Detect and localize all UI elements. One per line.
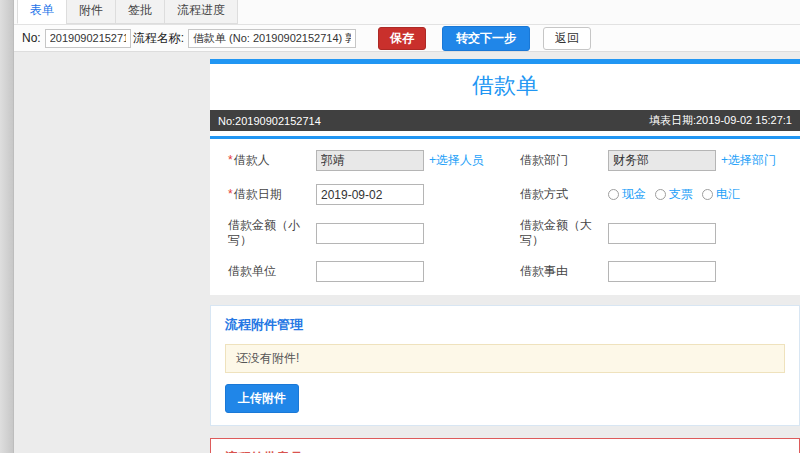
borrow-unit-label: 借款单位 — [228, 264, 308, 279]
borrower-label: *借款人 — [228, 153, 308, 168]
select-department-link[interactable]: +选择部门 — [721, 152, 776, 169]
borrow-method-label: 借款方式 — [520, 187, 600, 202]
borrow-date-label: *借款日期 — [228, 187, 308, 202]
method-option-cheque-label: 支票 — [669, 186, 693, 203]
borrow-date-field — [316, 184, 512, 205]
borrow-reason-label: 借款事由 — [520, 264, 600, 279]
form-meta-bar: No:20190902152714 填表日期:2019-09-02 15:27:… — [210, 110, 800, 131]
process-name-input[interactable] — [188, 29, 356, 48]
required-mark: * — [228, 187, 233, 201]
amount-lower-label-text: 借款金额（小写） — [228, 218, 300, 247]
save-button[interactable]: 保存 — [378, 27, 426, 50]
radio-icon — [702, 189, 713, 200]
radio-icon — [608, 189, 619, 200]
tab-form[interactable]: 表单 — [17, 0, 67, 24]
no-attachments-notice: 还没有附件! — [225, 344, 785, 373]
approval-title: 流程签批意见 — [225, 449, 785, 453]
tab-process-progress[interactable]: 流程进度 — [164, 0, 238, 24]
approval-panel: 流程签批意见 B I abc A ∞ ▤ ⚑ 1≡ •≡ ⇤ ⇥ — [210, 438, 800, 453]
method-option-wire[interactable]: 电汇 — [702, 186, 740, 203]
method-option-cheque[interactable]: 支票 — [655, 186, 693, 203]
tab-attachments[interactable]: 附件 — [66, 0, 116, 24]
borrow-reason-input[interactable] — [608, 261, 716, 282]
method-option-cash[interactable]: 现金 — [608, 186, 646, 203]
amount-upper-input[interactable] — [608, 223, 716, 244]
screen: 表单 附件 签批 流程进度 No: 流程名称: 保存 转交下一步 返回 借款单 … — [0, 0, 800, 453]
process-name-label: 流程名称: — [133, 30, 184, 47]
borrow-reason-field — [608, 261, 794, 282]
borrow-method-options: 现金 支票 电汇 — [608, 186, 794, 203]
transfer-next-step-button[interactable]: 转交下一步 — [442, 26, 530, 51]
form-title: 借款单 — [210, 64, 800, 110]
amount-upper-label-text: 借款金额（大写） — [520, 218, 592, 247]
attachments-title: 流程附件管理 — [225, 316, 785, 334]
borrower-field: +选择人员 — [316, 150, 512, 171]
select-person-link[interactable]: +选择人员 — [429, 152, 484, 169]
department-input[interactable] — [608, 150, 716, 171]
method-option-wire-label: 电汇 — [716, 186, 740, 203]
attachments-panel: 流程附件管理 还没有附件! 上传附件 — [210, 305, 800, 426]
tab-bar: 表单 附件 签批 流程进度 — [14, 0, 800, 25]
amount-upper-label: 借款金额（大写） — [520, 218, 600, 248]
no-input[interactable] — [45, 29, 131, 48]
loan-form-panel: 借款单 No:20190902152714 填表日期:2019-09-02 15… — [210, 59, 800, 295]
tab-approval[interactable]: 签批 — [115, 0, 165, 24]
borrow-method-label-text: 借款方式 — [520, 187, 568, 201]
required-mark: * — [228, 153, 233, 167]
radio-icon — [655, 189, 666, 200]
department-label-text: 借款部门 — [520, 153, 568, 167]
borrow-reason-label-text: 借款事由 — [520, 264, 568, 278]
amount-lower-input[interactable] — [316, 223, 424, 244]
back-button[interactable]: 返回 — [543, 27, 591, 50]
form-fields-grid: *借款人 +选择人员 借款部门 +选择部门 *借款日期 — [210, 139, 800, 295]
department-label: 借款部门 — [520, 153, 600, 168]
left-sidebar-strip — [0, 0, 14, 453]
department-field: +选择部门 — [608, 150, 794, 171]
amount-lower-field — [316, 223, 512, 244]
toolbar: No: 流程名称: 保存 转交下一步 返回 — [14, 25, 800, 52]
borrow-unit-label-text: 借款单位 — [228, 264, 276, 278]
borrow-unit-input[interactable] — [316, 261, 424, 282]
borrow-date-input[interactable] — [316, 184, 424, 205]
amount-upper-field — [608, 223, 794, 244]
upload-attachment-button[interactable]: 上传附件 — [225, 384, 299, 413]
form-fill-date-text: 填表日期:2019-09-02 15:27:1 — [649, 113, 792, 128]
form-number-text: No:20190902152714 — [218, 115, 321, 127]
borrow-date-label-text: 借款日期 — [234, 187, 282, 201]
borrow-unit-field — [316, 261, 512, 282]
amount-lower-label: 借款金额（小写） — [228, 218, 308, 248]
borrower-label-text: 借款人 — [234, 153, 270, 167]
no-label: No: — [22, 31, 41, 45]
borrower-input[interactable] — [316, 150, 424, 171]
method-option-cash-label: 现金 — [622, 186, 646, 203]
content-area: 借款单 No:20190902152714 填表日期:2019-09-02 15… — [210, 59, 800, 453]
